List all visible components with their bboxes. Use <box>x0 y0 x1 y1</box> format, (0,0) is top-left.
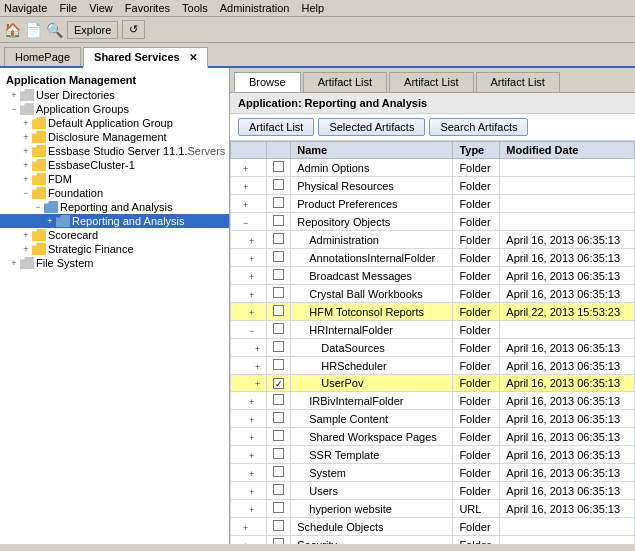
row-check[interactable] <box>267 213 291 231</box>
row-name[interactable]: SSR Template <box>291 446 453 464</box>
row-name[interactable]: hyperion website <box>291 500 453 518</box>
row-expand[interactable]: + <box>231 536 267 545</box>
row-check[interactable] <box>267 249 291 267</box>
row-name[interactable]: Administration <box>291 231 453 249</box>
row-expand[interactable]: + <box>231 464 267 482</box>
row-expand[interactable]: − <box>231 213 267 231</box>
tab-homepage[interactable]: HomePage <box>4 47 81 66</box>
row-expand[interactable]: + <box>231 159 267 177</box>
row-check[interactable] <box>267 410 291 428</box>
search-artifacts-button[interactable]: Search Artifacts <box>429 118 528 136</box>
row-name[interactable]: HRInternalFolder <box>291 321 453 339</box>
row-name[interactable]: DataSources <box>291 339 453 357</box>
row-expand[interactable]: + <box>231 446 267 464</box>
tree-item-fdm[interactable]: + FDM <box>0 172 229 186</box>
sub-tab-artifact-list-1[interactable]: Artifact List <box>303 72 387 92</box>
row-expand[interactable]: + <box>231 267 267 285</box>
row-expand[interactable]: + <box>231 410 267 428</box>
row-expand[interactable]: + <box>231 195 267 213</box>
tree-item-reporting-analysis-parent[interactable]: − Reporting and Analysis <box>0 200 229 214</box>
sub-tab-browse[interactable]: Browse <box>234 72 301 92</box>
row-name[interactable]: AnnotationsInternalFolder <box>291 249 453 267</box>
row-check[interactable] <box>267 303 291 321</box>
row-check[interactable] <box>267 195 291 213</box>
row-name[interactable]: Physical Resources <box>291 177 453 195</box>
row-name[interactable]: Sample Content <box>291 410 453 428</box>
row-name[interactable]: HFM Totconsol Reports <box>291 303 453 321</box>
menu-tools[interactable]: Tools <box>182 2 208 14</box>
row-name[interactable]: Broadcast Messages <box>291 267 453 285</box>
tab-close-icon[interactable]: ✕ <box>189 52 197 63</box>
row-expand[interactable]: + <box>231 482 267 500</box>
artifact-list-button[interactable]: Artifact List <box>238 118 314 136</box>
tree-item-file-system[interactable]: + File System <box>0 256 229 270</box>
selected-artifacts-button[interactable]: Selected Artifacts <box>318 118 425 136</box>
tree-item-disclosure-management[interactable]: + Disclosure Management <box>0 130 229 144</box>
row-check[interactable] <box>267 428 291 446</box>
row-expand[interactable]: + <box>231 285 267 303</box>
row-name[interactable]: Product Preferences <box>291 195 453 213</box>
explore-button[interactable]: Explore <box>67 21 118 39</box>
tree-item-scorecard[interactable]: + Scorecard <box>0 228 229 242</box>
tree-item-default-app-group[interactable]: + Default Application Group <box>0 116 229 130</box>
row-check[interactable] <box>267 464 291 482</box>
row-check[interactable] <box>267 231 291 249</box>
row-expand[interactable]: + <box>231 428 267 446</box>
menu-navigate[interactable]: Navigate <box>4 2 47 14</box>
row-check[interactable] <box>267 500 291 518</box>
row-expand[interactable]: + <box>231 339 267 357</box>
sub-tab-artifact-list-3[interactable]: Artifact List <box>476 72 560 92</box>
row-check[interactable] <box>267 285 291 303</box>
row-check[interactable] <box>267 321 291 339</box>
row-type: Folder <box>453 303 500 321</box>
menu-help[interactable]: Help <box>301 2 324 14</box>
row-expand[interactable]: + <box>231 518 267 536</box>
row-name[interactable]: Admin Options <box>291 159 453 177</box>
row-name[interactable]: Schedule Objects <box>291 518 453 536</box>
row-name[interactable]: UserPov <box>291 375 453 392</box>
tree-item-essbase-studio[interactable]: + Essbase Studio Server 11.1. Servers <box>0 144 229 158</box>
row-expand[interactable]: + <box>231 375 267 392</box>
row-check[interactable]: ✓ <box>267 375 291 392</box>
tree-item-essbase-cluster[interactable]: + EssbaseCluster-1 <box>0 158 229 172</box>
row-expand[interactable]: + <box>231 392 267 410</box>
row-check[interactable] <box>267 482 291 500</box>
row-expand[interactable]: + <box>231 500 267 518</box>
tree-item-strategic-finance[interactable]: + Strategic Finance <box>0 242 229 256</box>
menu-view[interactable]: View <box>89 2 113 14</box>
sub-tab-artifact-list-2[interactable]: Artifact List <box>389 72 473 92</box>
row-expand[interactable]: − <box>231 321 267 339</box>
row-check[interactable] <box>267 446 291 464</box>
menu-administration[interactable]: Administration <box>220 2 290 14</box>
tree-item-application-groups[interactable]: − Application Groups <box>0 102 229 116</box>
menu-file[interactable]: File <box>59 2 77 14</box>
row-name[interactable]: IRBivInternalFolder <box>291 392 453 410</box>
row-type: Folder <box>453 392 500 410</box>
row-expand[interactable]: + <box>231 303 267 321</box>
row-check[interactable] <box>267 159 291 177</box>
row-check[interactable] <box>267 267 291 285</box>
row-check[interactable] <box>267 518 291 536</box>
tree-item-reporting-analysis-child[interactable]: + Reporting and Analysis <box>0 214 229 228</box>
tab-shared-services[interactable]: Shared Services ✕ <box>83 47 208 68</box>
row-expand[interactable]: + <box>231 249 267 267</box>
row-expand[interactable]: + <box>231 177 267 195</box>
row-name[interactable]: Repository Objects <box>291 213 453 231</box>
row-name[interactable]: Shared Workspace Pages <box>291 428 453 446</box>
row-name[interactable]: System <box>291 464 453 482</box>
row-name[interactable]: HRScheduler <box>291 357 453 375</box>
row-name[interactable]: Users <box>291 482 453 500</box>
tree-item-foundation[interactable]: − Foundation <box>0 186 229 200</box>
row-check[interactable] <box>267 536 291 545</box>
row-expand[interactable]: + <box>231 357 267 375</box>
back-button[interactable]: ↺ <box>122 20 145 39</box>
row-check[interactable] <box>267 177 291 195</box>
row-name[interactable]: Security <box>291 536 453 545</box>
tree-item-user-directories[interactable]: + User Directories <box>0 88 229 102</box>
menu-favorites[interactable]: Favorites <box>125 2 170 14</box>
row-check[interactable] <box>267 357 291 375</box>
row-expand[interactable]: + <box>231 231 267 249</box>
row-check[interactable] <box>267 339 291 357</box>
row-check[interactable] <box>267 392 291 410</box>
row-name[interactable]: Crystal Ball Workbooks <box>291 285 453 303</box>
